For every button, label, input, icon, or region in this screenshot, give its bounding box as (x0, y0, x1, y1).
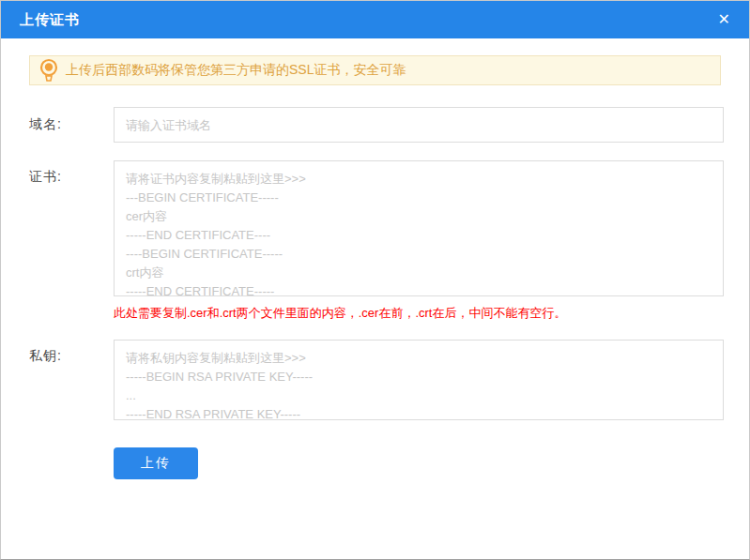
upload-form: 域名: 证书: 此处需要复制.cer和.crt两个文件里面的内容，.cer在前，… (1, 107, 749, 479)
info-banner: 上传后西部数码将保管您第三方申请的SSL证书，安全可靠 (29, 55, 721, 85)
domain-row: 域名: (1, 107, 749, 143)
upload-certificate-dialog: 上传证书 ✕ 上传后西部数码将保管您第三方申请的SSL证书，安全可靠 域名: 证… (0, 0, 750, 560)
certificate-row: 证书: 此处需要复制.cer和.crt两个文件里面的内容，.cer在前，.crt… (1, 160, 749, 322)
lightbulb-icon (39, 58, 58, 83)
upload-button[interactable]: 上传 (114, 447, 198, 479)
close-icon[interactable]: ✕ (718, 12, 730, 27)
certificate-note: 此处需要复制.cer和.crt两个文件里面的内容，.cer在前，.crt在后，中… (114, 305, 724, 322)
private-key-textarea[interactable] (114, 340, 724, 420)
certificate-label: 证书: (1, 160, 114, 186)
certificate-textarea[interactable] (114, 160, 724, 296)
private-key-label: 私钥: (1, 340, 114, 365)
domain-input[interactable] (114, 107, 724, 143)
domain-label: 域名: (1, 116, 114, 133)
banner-text: 上传后西部数码将保管您第三方申请的SSL证书，安全可靠 (66, 62, 406, 79)
dialog-header: 上传证书 ✕ (1, 1, 749, 38)
dialog-title: 上传证书 (20, 11, 80, 29)
private-key-row: 私钥: (1, 340, 749, 420)
certificate-field-column: 此处需要复制.cer和.crt两个文件里面的内容，.cer在前，.crt在后，中… (114, 160, 724, 322)
